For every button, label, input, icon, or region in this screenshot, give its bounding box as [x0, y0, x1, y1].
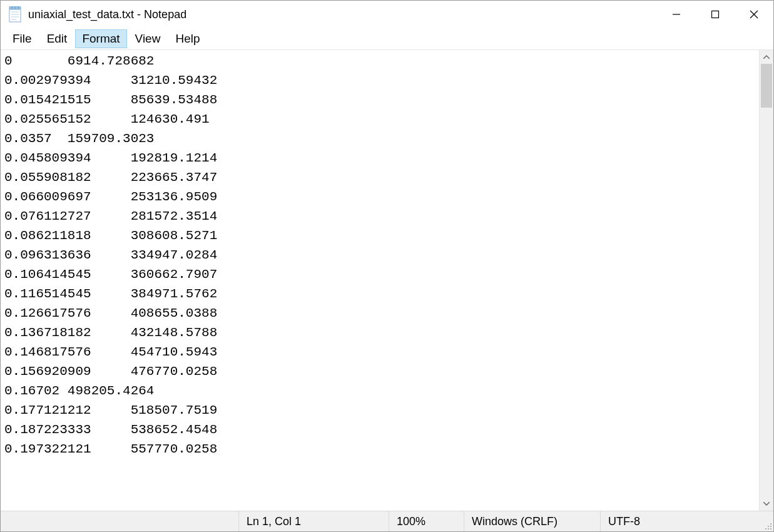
svg-point-17	[768, 528, 769, 529]
text-editor[interactable]: 0 6914.728682 0.002979394 31210.59432 0.…	[1, 50, 759, 511]
title-bar[interactable]: uniaxial_test_data.txt - Notepad	[1, 1, 773, 28]
svg-point-14	[768, 526, 769, 527]
menu-edit[interactable]: Edit	[40, 29, 74, 48]
status-line-endings: Windows (CRLF)	[464, 511, 600, 531]
status-encoding: UTF-8	[600, 511, 761, 531]
resize-grip-icon[interactable]	[761, 511, 773, 531]
menu-bar: File Edit Format View Help	[1, 28, 773, 50]
status-bar: Ln 1, Col 1 100% Windows (CRLF) UTF-8	[1, 511, 773, 531]
svg-point-3	[14, 8, 16, 9]
close-button[interactable]	[735, 1, 773, 28]
scroll-down-arrow-icon[interactable]	[760, 497, 773, 511]
window-controls	[657, 1, 773, 28]
vertical-scrollbar[interactable]	[759, 50, 773, 511]
notepad-app-icon	[7, 6, 23, 23]
menu-format[interactable]: Format	[75, 29, 126, 48]
svg-point-2	[11, 8, 13, 9]
scroll-up-arrow-icon[interactable]	[760, 50, 773, 64]
svg-point-16	[765, 528, 766, 529]
content-area: 0 6914.728682 0.002979394 31210.59432 0.…	[1, 50, 773, 511]
status-zoom: 100%	[389, 511, 464, 531]
scroll-thumb[interactable]	[761, 64, 772, 108]
menu-file[interactable]: File	[6, 29, 39, 48]
svg-point-4	[18, 8, 19, 9]
svg-rect-0	[9, 9, 21, 22]
svg-point-13	[770, 523, 771, 524]
menu-view[interactable]: View	[128, 29, 168, 48]
svg-point-18	[770, 528, 771, 529]
svg-point-15	[770, 526, 771, 527]
status-cursor-position: Ln 1, Col 1	[238, 511, 389, 531]
window-title: uniaxial_test_data.txt - Notepad	[28, 8, 657, 21]
maximize-button[interactable]	[696, 1, 735, 28]
minimize-button[interactable]	[657, 1, 696, 28]
notepad-window: uniaxial_test_data.txt - Notepad File Ed…	[0, 0, 774, 532]
menu-help[interactable]: Help	[168, 29, 206, 48]
svg-rect-10	[712, 11, 719, 18]
